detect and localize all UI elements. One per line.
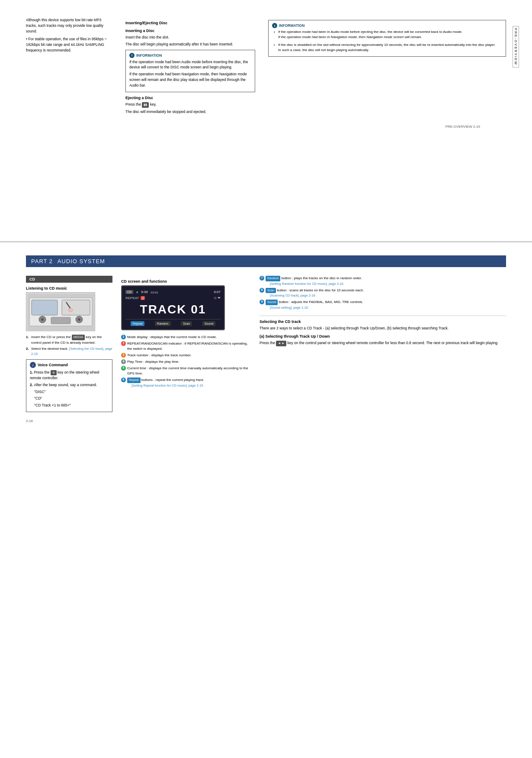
info-icon: i — [129, 53, 135, 58]
info-box-right: i INFORMATION If the operation mode had … — [268, 20, 506, 57]
car-svg — [27, 294, 94, 330]
selecting-title: Selecting the CD track — [260, 319, 506, 324]
info-text2: If the operation mode had been Navigatio… — [129, 71, 251, 88]
cd-screen: CD ● 9:39 ▭▭ 0:07 REPEAT 2 ⊙ ❤ TRACK 01 … — [121, 285, 225, 330]
bullet1: • For stable operation, the use of files… — [26, 36, 112, 53]
func-9: 9 Sound button : adjusts the FAD/BAL, BA… — [260, 300, 506, 310]
cd-screen-bottom: Repeat Random Scan Sound — [125, 319, 221, 326]
inserting-title: Inserting a Disc — [125, 29, 255, 33]
func-num-6: 6 — [121, 377, 126, 382]
voice-title: ♪ Voice Command — [30, 362, 109, 368]
func-num-4: 4 — [121, 359, 126, 364]
top-half: PRE-OVERVIEW Although this device suppor… — [0, 0, 532, 242]
svg-rect-2 — [32, 300, 58, 315]
sound-btn-label: Sound — [266, 300, 278, 305]
right-bullet1: If the operation mode had been in Audio … — [272, 29, 502, 40]
ejecting-title: Ejecting a Disc — [125, 96, 255, 100]
bullet-marker: • — [26, 37, 27, 41]
info-title-inserting: i INFORMATION — [129, 53, 251, 58]
inserting-ejecting-title: Inserting/Ejecting Disc — [125, 21, 255, 25]
func-7: 7 Random button : plays the tracks on th… — [260, 276, 506, 287]
svg-point-5 — [41, 318, 44, 321]
bottom-col-left: CD Listening to CD music — [26, 276, 112, 425]
info-text1: If the operation mode had been Audio mod… — [129, 59, 251, 71]
screen-icons-row: ⊙ ❤ — [214, 296, 221, 300]
track-display: TRACK 01 — [125, 303, 221, 316]
sound-btn[interactable]: Sound — [202, 321, 215, 326]
voice-cmd3: "CD Track <1 to 665>" — [30, 403, 109, 408]
bottom-col-right: 7 Random button : plays the tracks on th… — [260, 276, 506, 425]
repeat-btn-label: Repeat — [127, 377, 141, 383]
separator — [260, 316, 506, 316]
func-6-link: [Setting Repeat function for CD music], … — [127, 384, 204, 387]
func-num-2: 2 — [121, 341, 126, 346]
screen-icon1: ▭▭ — [151, 290, 158, 294]
func-8-link: [Scanning CD track], page 2-16. — [266, 294, 316, 297]
repeat-row: REPEAT 2 ⊙ ❤ — [125, 296, 221, 300]
voice-cmd1: "DISC" — [30, 389, 109, 395]
func-num-8: 8 — [260, 288, 264, 293]
info-box-inserting: i INFORMATION If the operation mode had … — [125, 50, 255, 93]
voice-step1: 1. Press the ⊛ key on the steering wheel… — [30, 370, 109, 381]
part-header: PART 2 AUDIO SYSTEM — [26, 255, 506, 267]
func-2: 2 REPEAT/RANDOM/SCAN indicator : if REPE… — [121, 341, 251, 352]
scan-btn[interactable]: Scan — [181, 321, 192, 326]
top-col-right: i INFORMATION If the operation mode had … — [268, 17, 506, 116]
right-bullet1b: If the operation mode had been in Naviga… — [278, 35, 422, 39]
voice-box: ♪ Voice Command 1. Press the ⊛ key on th… — [26, 359, 112, 412]
func-num-1: 1 — [121, 335, 126, 339]
bottom-col-mid: CD screen and functions CD ● 9:39 ▭▭ 0:0… — [121, 276, 251, 425]
func-4: 4 Play Time : displays the play time. — [121, 359, 251, 364]
random-btn-label: Random — [266, 276, 280, 281]
step-2: Select the desired track. [Selecting the… — [26, 346, 112, 357]
car-image — [26, 292, 95, 331]
repeat-btn[interactable]: Repeat — [131, 321, 145, 326]
info-title-right: i INFORMATION — [272, 23, 502, 28]
info-icon-right: i — [272, 23, 277, 28]
func-num-9: 9 — [260, 300, 264, 304]
func-8: 8 Scan button : scans all tracks on the … — [260, 288, 506, 299]
ejecting-step1: Press the ▮▮ key. — [125, 102, 255, 108]
func-5: 5 Current time : displays the current ti… — [121, 366, 251, 376]
func-9-link: [Sound setting], page 1-10. — [266, 306, 309, 310]
repeat-label: REPEAT — [125, 296, 139, 300]
screen-duration: 0:07 — [214, 290, 221, 294]
func-3: 3 Track number : displays the track numb… — [121, 353, 251, 358]
cd-screen-top: CD ● 9:39 ▭▭ 0:07 — [125, 290, 221, 294]
voice-icon: ♪ — [30, 362, 36, 368]
function-list-right: 7 Random button : plays the tracks on th… — [260, 276, 506, 310]
func-1: 1 Mode display : displays that the curre… — [121, 335, 251, 340]
page-number-bottom: 2-16 — [26, 419, 112, 424]
repeat-badge: 2 — [141, 296, 145, 300]
voice-key-btn: ⊛ — [51, 370, 57, 376]
svg-rect-8 — [51, 317, 71, 324]
top-col-mid: Inserting/Ejecting Disc Inserting a Disc… — [125, 17, 255, 116]
media-button: MEDIA — [72, 335, 85, 340]
selecting-text: There are 2 ways to select a CD Track - … — [260, 326, 506, 331]
inserting-step2: The disc will begin playing automaticall… — [125, 42, 255, 47]
voice-cmd2: "CD" — [30, 396, 109, 401]
function-list: 1 Mode display : displays that the curre… — [121, 335, 251, 388]
page: PRE-OVERVIEW Although this device suppor… — [0, 0, 532, 758]
screen-time: 9:39 — [141, 290, 148, 294]
cd-badge: CD — [125, 290, 133, 294]
random-btn[interactable]: Random — [155, 321, 170, 326]
trackupdown-title: (a) Selecting through Track Up / Down — [260, 334, 506, 339]
svg-point-10 — [68, 308, 73, 312]
step-1: Insert the CD or press the MEDIA key on … — [26, 335, 112, 345]
scan-btn-label: Scan — [266, 288, 276, 294]
svg-point-7 — [78, 318, 80, 321]
page-footer-top: PRE-OVERVIEW 2-15 — [26, 125, 506, 129]
trackupdown-text: Press the ◄ ► key on the control panel o… — [260, 340, 506, 346]
eject-button-label: ▮▮ — [142, 102, 149, 108]
intro-text: Although this device supports low bit ra… — [26, 17, 112, 34]
func-num-7: 7 — [260, 276, 264, 281]
top-col-left: Although this device supports low bit ra… — [26, 17, 112, 116]
screen-dot-1: ● — [136, 290, 138, 294]
cd-steps-list: Insert the CD or press the MEDIA key on … — [26, 335, 112, 357]
cd-screen-title: CD screen and functions — [121, 279, 251, 284]
track-key-btn: ◄ ► — [276, 341, 286, 346]
func-num-5: 5 — [121, 366, 126, 371]
inserting-step1: Insert the disc into the slot. — [125, 35, 255, 40]
bottom-half: PART 2 AUDIO SYSTEM CD Listening to CD m… — [0, 242, 532, 442]
